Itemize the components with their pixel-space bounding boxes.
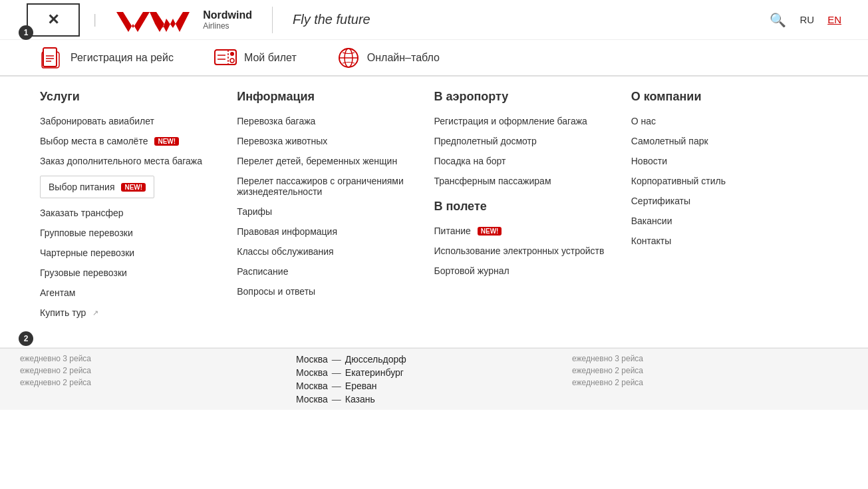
navbar: Регистрация на рейс Мой билет: [0, 40, 868, 77]
svg-rect-3: [43, 48, 57, 67]
menu-item-extrabag[interactable]: Заказ дополнительного места багажа: [40, 156, 223, 166]
menu-info-legal[interactable]: Правовая информация: [237, 226, 420, 237]
search-icon[interactable]: 🔍: [770, 12, 786, 28]
menu-services: Услуги Забронировать авиабилет Выбор мес…: [40, 90, 237, 327]
menu-info-children[interactable]: Перелет детей, беременных женщин: [237, 156, 420, 166]
flights-col-1: ежедневно 3 рейса ежедневно 2 рейса ежед…: [20, 353, 296, 406]
menu-item-charter[interactable]: Чартерные перевозки: [40, 247, 223, 258]
menu-company-contacts[interactable]: Контакты: [631, 236, 815, 246]
flight-freq-1c: ежедневно 2 рейса: [20, 377, 296, 389]
flight-route-yerevan[interactable]: Москва — Ереван: [296, 379, 572, 393]
header-right: 🔍 RU EN: [770, 12, 841, 28]
lang-ru-button[interactable]: RU: [799, 14, 814, 25]
flight-freq-3c: ежедневно 2 рейса: [572, 377, 848, 389]
info-category: Информация: [237, 90, 420, 104]
navbar-item-checkin[interactable]: Регистрация на рейс: [40, 46, 174, 70]
svg-marker-1: [150, 12, 164, 32]
svg-point-8: [230, 52, 234, 56]
new-badge-seat: NEW!: [154, 137, 179, 146]
dropdown-menu: 2 Услуги Забронировать авиабилет Выбор м…: [0, 77, 868, 348]
menu-company: О компании О нас Самолетный парк Новости…: [631, 90, 828, 327]
flight-freq-3b: ежедневно 2 рейса: [572, 365, 848, 377]
menu-company-certs[interactable]: Сертификаты: [631, 196, 815, 206]
annotation-1: 1: [19, 25, 33, 40]
menu-item-transfer[interactable]: Заказать трансфер: [40, 208, 223, 218]
logo-svg: [110, 7, 196, 33]
menu-info-baggage[interactable]: Перевозка багажа: [237, 116, 420, 126]
flights-col-3: ежедневно 3 рейса ежедневно 2 рейса ежед…: [572, 353, 848, 406]
services-category: Услуги: [40, 90, 223, 104]
menu-company-style[interactable]: Корпоративный стиль: [631, 176, 815, 186]
menu-inflight-electronics[interactable]: Использование электронных устройств: [434, 245, 618, 256]
flights-strip: ежедневно 3 рейса ежедневно 2 рейса ежед…: [0, 348, 868, 410]
logo-text: Nordwind Airlines: [203, 9, 252, 31]
menu-item-group[interactable]: Групповые перевозки: [40, 228, 223, 238]
annotation-2: 2: [19, 331, 33, 346]
menu-company-about[interactable]: О нас: [631, 116, 815, 126]
flights-col-2: Москва — Дюссельдорф Москва — Екатеринбу…: [296, 353, 572, 406]
svg-marker-0: [116, 12, 150, 32]
flights-grid: ежедневно 3 рейса ежедневно 2 рейса ежед…: [0, 353, 868, 406]
new-badge-food: NEW!: [121, 183, 146, 192]
menu-company-fleet[interactable]: Самолетный парк: [631, 136, 815, 146]
header-divider: [272, 7, 273, 33]
external-icon: ↗: [92, 309, 98, 317]
flight-route-kazan[interactable]: Москва — Казань: [296, 393, 572, 406]
menu-airport-transfer[interactable]: Трансферным пассажирам: [434, 176, 618, 186]
close-icon: ✕: [47, 11, 59, 29]
menu-airport-boarding[interactable]: Посадка на борт: [434, 156, 618, 166]
lang-en-button[interactable]: EN: [827, 14, 841, 25]
checkin-icon: [40, 46, 64, 70]
navbar-checkin-label: Регистрация на рейс: [71, 52, 174, 64]
flight-freq-1b: ежедневно 2 рейса: [20, 365, 296, 377]
inflight-category: В полете: [434, 200, 618, 214]
flight-route-ekb[interactable]: Москва — Екатеринбург: [296, 366, 572, 379]
menu-item-book[interactable]: Забронировать авиабилет: [40, 116, 223, 126]
menu-item-agents[interactable]: Агентам: [40, 287, 223, 298]
tagline: Fly the future: [293, 12, 370, 27]
navbar-board-label: Онлайн–табло: [367, 52, 440, 64]
ticket-icon: [214, 46, 237, 70]
menu-airport: В аэропорту Регистрация и оформление баг…: [434, 90, 631, 327]
menu-info-faq[interactable]: Вопросы и ответы: [237, 286, 420, 297]
header: 1 ✕ | Nordwind Airlines Fly the future 🔍…: [0, 0, 868, 40]
navbar-item-board[interactable]: Онлайн–табло: [337, 46, 440, 70]
menu-info-disability[interactable]: Перелет пассажиров с ограничениями жизне…: [237, 176, 420, 197]
navbar-ticket-label: Мой билет: [244, 52, 297, 64]
svg-point-9: [230, 59, 234, 63]
menu-inflight-magazine[interactable]: Бортовой журнал: [434, 265, 618, 276]
menu-airport-security[interactable]: Предполетный досмотр: [434, 136, 618, 146]
flight-freq-3a: ежедневно 3 рейса: [572, 353, 848, 365]
new-badge-inflight: NEW!: [478, 227, 502, 236]
company-category: О компании: [631, 90, 815, 104]
menu-item-cargo[interactable]: Грузовые перевозки: [40, 267, 223, 278]
menu-info-animals[interactable]: Перевозка животных: [237, 136, 420, 146]
menu-inflight-food[interactable]: ПитаниеNEW!: [434, 226, 618, 236]
menu-info: Информация Перевозка багажа Перевозка жи…: [237, 90, 434, 327]
menu-info-tariffs[interactable]: Тарифы: [237, 206, 420, 217]
board-icon: [337, 46, 361, 70]
menu-company-news[interactable]: Новости: [631, 156, 815, 166]
flight-route-dusseldorf[interactable]: Москва — Дюссельдорф: [296, 353, 572, 366]
navbar-item-ticket[interactable]: Мой билет: [214, 46, 297, 70]
menu-info-schedule[interactable]: Расписание: [237, 266, 420, 277]
airport-category: В аэропорту: [434, 90, 618, 104]
menu-info-classes[interactable]: Классы обслуживания: [237, 246, 420, 257]
menu-airport-checkin[interactable]: Регистрация и оформление багажа: [434, 116, 618, 126]
menu-company-vacancies[interactable]: Вакансии: [631, 216, 815, 226]
menu-item-food[interactable]: Выбор питанияNEW!: [40, 176, 154, 198]
menu-item-tour[interactable]: Купить тур↗: [40, 307, 223, 318]
close-button[interactable]: ✕: [27, 3, 80, 37]
flight-freq-1a: ежедневно 3 рейса: [20, 353, 296, 365]
logo-area[interactable]: Nordwind Airlines: [110, 7, 252, 33]
menu-item-seat[interactable]: Выбор места в самолётеNEW!: [40, 136, 223, 146]
